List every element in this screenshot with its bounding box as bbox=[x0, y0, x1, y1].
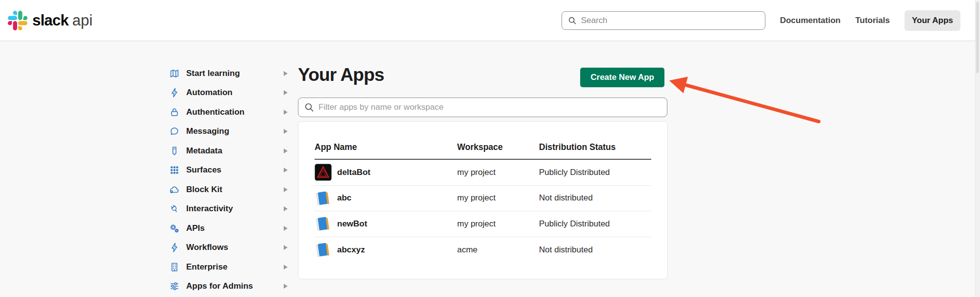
sidebar-item-label: Automation bbox=[186, 88, 232, 98]
column-header-distribution-status: Distribution Status bbox=[539, 142, 651, 152]
workspace-cell: acme bbox=[457, 245, 539, 255]
sidebar-item-surfaces[interactable]: Surfaces bbox=[169, 161, 288, 180]
sidebar-item-label: Surfaces bbox=[186, 165, 221, 175]
grid-dots-icon bbox=[169, 165, 180, 175]
sidebar-item-authentication[interactable]: Authentication bbox=[169, 102, 288, 122]
app-name-link[interactable]: abcxyz bbox=[337, 245, 365, 255]
sidebar-item-label: Interactivity bbox=[186, 204, 233, 214]
workspace-cell: my project bbox=[457, 219, 539, 229]
cloud-blocks-icon bbox=[169, 184, 180, 195]
page-scrollbar-track[interactable] bbox=[975, 0, 980, 297]
main-content: Your Apps Create New App App Name Worksp… bbox=[298, 0, 668, 297]
filter-apps-box[interactable] bbox=[298, 98, 667, 117]
tag-icon bbox=[169, 146, 180, 156]
sidebar-item-block-kit[interactable]: Block Kit bbox=[169, 180, 288, 199]
sidebar-item-metadata[interactable]: Metadata bbox=[169, 141, 288, 161]
chevron-right-icon bbox=[284, 206, 288, 211]
slack-api-logo[interactable]: slack api bbox=[8, 11, 93, 30]
nav-your-apps-active[interactable]: Your Apps bbox=[905, 10, 960, 31]
sidebar-item-label: Messaging bbox=[186, 126, 229, 136]
workspace-cell: my project bbox=[457, 168, 539, 177]
docs-sidebar: Start learning Automation Authentication… bbox=[169, 64, 288, 296]
gears-icon bbox=[169, 223, 180, 234]
distribution-status-cell: Publicly Distributed bbox=[539, 168, 651, 177]
page-scrollbar-thumb[interactable] bbox=[976, 2, 979, 73]
sidebar-item-messaging[interactable]: Messaging bbox=[169, 122, 288, 142]
table-header-row: App Name Workspace Distribution Status bbox=[315, 122, 651, 160]
sidebar-item-workflows[interactable]: Workflows bbox=[169, 238, 288, 258]
column-header-app-name: App Name bbox=[315, 142, 457, 152]
sidebar-item-label: Start learning bbox=[186, 69, 240, 78]
sidebar-item-label: Workflows bbox=[186, 243, 228, 252]
default-app-icon bbox=[315, 241, 332, 258]
apps-table-card: App Name Workspace Distribution Status d… bbox=[298, 121, 668, 279]
search-input[interactable] bbox=[581, 16, 759, 25]
global-search[interactable] bbox=[562, 11, 765, 30]
table-row[interactable]: abc my project Not distributed bbox=[315, 186, 651, 212]
app-name-link[interactable]: deltaBot bbox=[337, 168, 370, 177]
lightning-icon bbox=[169, 242, 180, 253]
slack-logo-icon bbox=[8, 11, 27, 30]
sidebar-item-apps-for-admins[interactable]: Apps for Admins bbox=[169, 277, 288, 297]
nav-tutorials[interactable]: Tutorials bbox=[855, 16, 890, 25]
chevron-right-icon bbox=[284, 71, 288, 76]
page-title: Your Apps bbox=[298, 65, 384, 85]
top-header: slack api Documentation Tutorials Your A… bbox=[0, 0, 980, 41]
lock-icon bbox=[169, 107, 180, 118]
chevron-right-icon bbox=[284, 110, 288, 115]
table-row[interactable]: deltaBot my project Publicly Distributed bbox=[315, 160, 651, 186]
sidebar-item-interactivity[interactable]: Interactivity bbox=[169, 199, 288, 219]
sliders-icon bbox=[169, 281, 180, 292]
sidebar-item-start-learning[interactable]: Start learning bbox=[169, 64, 288, 83]
table-row[interactable]: abcxyz acme Not distributed bbox=[315, 237, 651, 263]
nav-documentation[interactable]: Documentation bbox=[780, 16, 841, 25]
sidebar-item-apis[interactable]: APIs bbox=[169, 219, 288, 238]
header-nav: Documentation Tutorials Your Apps bbox=[562, 10, 960, 31]
logo-brand-text: slack bbox=[32, 12, 69, 29]
chevron-right-icon bbox=[284, 245, 288, 250]
logo-suffix-text: api bbox=[73, 12, 93, 29]
chevron-right-icon bbox=[284, 90, 288, 95]
default-app-icon bbox=[315, 215, 332, 232]
map-icon bbox=[169, 68, 180, 79]
sidebar-item-label: Metadata bbox=[186, 146, 222, 156]
default-app-icon bbox=[315, 190, 332, 207]
table-row[interactable]: newBot my project Publicly Distributed bbox=[315, 211, 651, 237]
distribution-status-cell: Publicly Distributed bbox=[539, 219, 651, 229]
distribution-status-cell: Not distributed bbox=[539, 245, 651, 255]
workspace-cell: my project bbox=[457, 193, 539, 203]
search-icon bbox=[568, 16, 577, 25]
sidebar-item-label: Authentication bbox=[186, 107, 245, 117]
app-name-link[interactable]: newBot bbox=[337, 219, 367, 229]
sidebar-item-enterprise[interactable]: Enterprise bbox=[169, 257, 288, 277]
filter-apps-input[interactable] bbox=[318, 102, 661, 112]
distribution-status-cell: Not distributed bbox=[539, 193, 651, 203]
column-header-workspace: Workspace bbox=[457, 142, 539, 152]
building-icon bbox=[169, 262, 180, 272]
chevron-right-icon bbox=[284, 129, 288, 134]
search-icon bbox=[304, 102, 314, 112]
chevron-right-icon bbox=[284, 226, 288, 231]
chevron-right-icon bbox=[284, 265, 288, 270]
slack-api-your-apps-page: slack api Documentation Tutorials Your A… bbox=[0, 0, 980, 297]
chat-bubble-icon bbox=[169, 126, 180, 137]
chevron-right-icon bbox=[284, 187, 288, 192]
deltabot-app-icon bbox=[315, 164, 332, 181]
create-new-app-button[interactable]: Create New App bbox=[580, 68, 664, 87]
sidebar-item-label: APIs bbox=[186, 223, 205, 233]
sidebar-item-label: Enterprise bbox=[186, 262, 227, 272]
sidebar-item-label: Block Kit bbox=[186, 185, 222, 195]
chevron-right-icon bbox=[284, 168, 288, 173]
chevron-right-icon bbox=[284, 284, 288, 289]
chevron-right-icon bbox=[284, 148, 288, 153]
plug-icon bbox=[169, 203, 180, 214]
sidebar-item-automation[interactable]: Automation bbox=[169, 83, 288, 103]
lightning-icon bbox=[169, 87, 180, 98]
sidebar-item-label: Apps for Admins bbox=[186, 281, 253, 291]
app-name-link[interactable]: abc bbox=[337, 193, 351, 203]
